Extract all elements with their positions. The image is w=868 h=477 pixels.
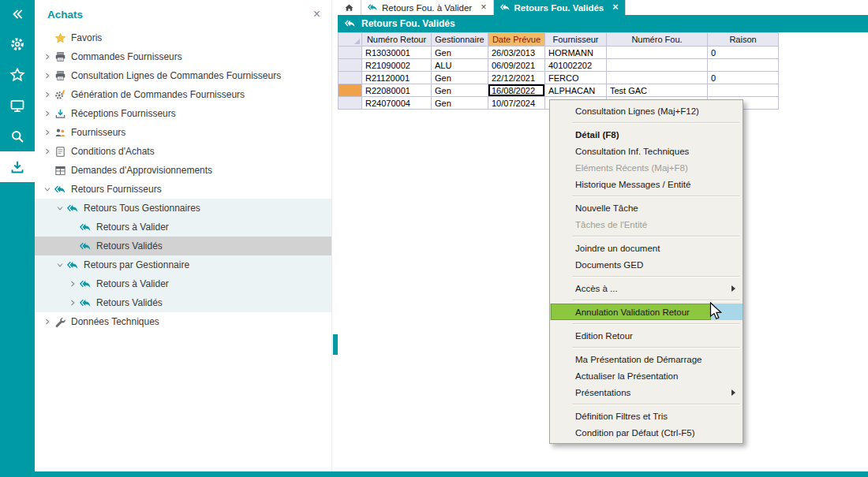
row-selector-cell[interactable] [339, 47, 362, 59]
cell-fournisseur[interactable]: FERCO [545, 72, 607, 84]
column-header-gestionnaire[interactable]: Gestionnaire [432, 33, 488, 47]
nav-item-consultation-lignes-commandes[interactable]: Consultation Lignes de Commandes Fournis… [35, 66, 331, 85]
cell-raison[interactable]: 0 [708, 47, 779, 59]
cell-numero-retour[interactable]: R22080001 [362, 84, 432, 97]
cell-numero-retour[interactable]: R13030001 [362, 47, 432, 59]
receptions-download-icon[interactable] [0, 151, 35, 182]
menu-item-acces-a[interactable]: Accès à ... [550, 280, 743, 296]
monitor-icon[interactable] [0, 90, 35, 121]
menu-item-historique-messages-entite[interactable]: Historique Messages / Entité [550, 176, 743, 192]
cell-gestionnaire[interactable]: Gen [432, 47, 488, 59]
menu-item-definition-filtres-et-tris[interactable]: Définition Filtres et Tris [550, 408, 743, 424]
cell-gestionnaire[interactable]: Gen [432, 84, 488, 97]
column-header-fournisseur[interactable]: Fournisseur [545, 33, 607, 47]
nav-item-retours-fournisseurs[interactable]: Retours Fournisseurs [35, 180, 331, 199]
column-header-numero-fou[interactable]: Numéro Fou. [607, 33, 708, 47]
menu-item-edition-retour[interactable]: Edition Retour [550, 327, 743, 344]
column-header-date-prevue[interactable]: Date Prévue [488, 33, 545, 47]
chevron-down-icon[interactable] [41, 183, 54, 196]
nav-item-retours-tous-gestionnaires[interactable]: Retours Tous Gestionnaires [35, 199, 331, 218]
chevron-right-icon[interactable] [41, 145, 54, 158]
scrollbar-thumb[interactable] [333, 334, 338, 355]
chevron-right-icon[interactable] [41, 315, 54, 328]
collapse-panel-icon[interactable] [0, 0, 35, 28]
menu-item-documents-ged[interactable]: Documents GED [550, 256, 743, 273]
cell-numero-retour[interactable]: R21120001 [362, 72, 432, 84]
close-icon[interactable]: × [481, 2, 486, 13]
menu-item-actualiser-la-presentation[interactable]: Actualiser la Présentation [550, 367, 743, 384]
row-selector-cell[interactable] [339, 59, 362, 72]
column-header-numero-retour[interactable]: Numéro Retour [362, 33, 432, 47]
chevron-right-icon[interactable] [41, 107, 54, 120]
menu-item-presentations[interactable]: Présentations [550, 384, 743, 401]
cell-raison[interactable]: 0 [708, 72, 779, 84]
cell-raison[interactable] [708, 84, 779, 97]
nav-item-conditions-achats[interactable]: Conditions d'Achats [35, 142, 331, 161]
nav-item-demandes-approvisionnements[interactable]: Demandes d'Approvisionnements [35, 161, 331, 180]
nav-item-fournisseurs[interactable]: Fournisseurs [35, 123, 331, 142]
nav-item-receptions-fournisseurs[interactable]: Réceptions Fournisseurs [35, 104, 331, 123]
row-selector-header[interactable] [339, 33, 362, 47]
chevron-right-icon[interactable] [66, 296, 79, 309]
chevron-right-icon[interactable] [66, 278, 79, 290]
return-arrows-icon [368, 2, 378, 13]
nav-item-commandes-fournisseurs[interactable]: Commandes Fournisseurs [35, 47, 331, 66]
row-selector-cell-current[interactable] [339, 84, 362, 97]
table-row[interactable]: R21120001 Gen 22/12/2021 FERCO 0 [339, 72, 779, 84]
menu-item-ma-presentation-de-demarrage[interactable]: Ma Présentation de Démarrage [550, 351, 743, 367]
menu-item-joindre-un-document[interactable]: Joindre un document [550, 240, 743, 256]
search-icon[interactable] [0, 121, 35, 151]
column-header-raison[interactable]: Raison [708, 33, 779, 47]
nav-item-retours-valides-2[interactable]: Retours Validés [35, 293, 331, 312]
tab-retours-fou-a-valider[interactable]: Retours Fou. à Valider × [361, 0, 494, 15]
cell-numero-retour[interactable]: R21090002 [362, 59, 432, 72]
nav-item-retours-valides[interactable]: Retours Validés [35, 237, 331, 255]
panel-splitter[interactable] [331, 0, 338, 471]
settings-gear-icon[interactable] [0, 28, 35, 59]
table-row[interactable]: R21090002 ALU 06/09/2021 401002202 [339, 59, 779, 72]
chevron-right-icon[interactable] [41, 50, 54, 63]
nav-item-retours-a-valider-2[interactable]: Retours à Valider [35, 274, 331, 293]
chevron-down-icon[interactable] [54, 202, 66, 214]
menu-item-consultation-lignes[interactable]: Consultation Lignes (Maj+F12) [550, 102, 743, 119]
cell-numero-fou[interactable] [607, 72, 708, 84]
table-row-current[interactable]: R22080001 Gen 16/08/2022 ALPHACAN Test G… [339, 84, 779, 97]
cell-fournisseur[interactable]: 401002202 [545, 59, 607, 72]
row-selector-cell[interactable] [339, 72, 362, 84]
cell-raison[interactable] [708, 59, 779, 72]
nav-item-donnees-techniques[interactable]: Données Techniques [35, 312, 331, 331]
cell-date-prevue[interactable]: 26/03/2013 [488, 47, 545, 59]
menu-item-detail[interactable]: Détail (F8) [550, 126, 743, 143]
chevron-right-icon[interactable] [41, 88, 54, 101]
cell-gestionnaire[interactable]: Gen [432, 97, 488, 110]
tab-home[interactable] [338, 0, 361, 15]
menu-item-nouvelle-tache[interactable]: Nouvelle Tâche [550, 199, 743, 216]
close-icon[interactable]: × [612, 2, 618, 13]
close-icon[interactable]: × [313, 8, 320, 20]
menu-item-condition-par-defaut[interactable]: Condition par Défaut (Ctrl-F5) [550, 424, 743, 441]
chevron-right-icon[interactable] [41, 126, 54, 139]
cell-fournisseur[interactable]: ALPHACAN [545, 84, 607, 97]
table-row[interactable]: R13030001 Gen 26/03/2013 HORMANN 0 [339, 47, 779, 59]
cell-date-prevue-selected[interactable]: 16/08/2022 [488, 84, 545, 97]
cell-date-prevue[interactable]: 10/07/2024 [488, 97, 545, 110]
menu-item-consultation-inf-techniques[interactable]: Consultation Inf. Techniques [550, 143, 743, 159]
cell-numero-fou[interactable] [607, 47, 708, 59]
tab-retours-fou-valides[interactable]: Retours Fou. Validés × [494, 0, 626, 15]
chevron-down-icon[interactable] [54, 259, 66, 271]
cell-gestionnaire[interactable]: ALU [432, 59, 488, 72]
chevron-right-icon[interactable] [41, 69, 54, 82]
cell-date-prevue[interactable]: 22/12/2021 [488, 72, 545, 84]
favorites-star-icon[interactable] [0, 59, 35, 90]
nav-item-generation-commandes[interactable]: Génération de Commandes Fournisseurs [35, 85, 331, 104]
nav-item-retours-a-valider[interactable]: Retours à Valider [35, 218, 331, 237]
nav-item-favoris[interactable]: Favoris [35, 28, 331, 47]
cell-date-prevue[interactable]: 06/09/2021 [488, 59, 545, 72]
cell-fournisseur[interactable]: HORMANN [545, 47, 607, 59]
cell-numero-fou[interactable] [607, 59, 708, 72]
cell-numero-fou[interactable]: Test GAC [607, 84, 708, 97]
cell-numero-retour[interactable]: R24070004 [362, 97, 432, 110]
row-selector-cell[interactable] [339, 97, 362, 110]
cell-gestionnaire[interactable]: Gen [432, 72, 488, 84]
nav-item-retours-par-gestionnaire[interactable]: Retours par Gestionnaire [35, 255, 331, 274]
